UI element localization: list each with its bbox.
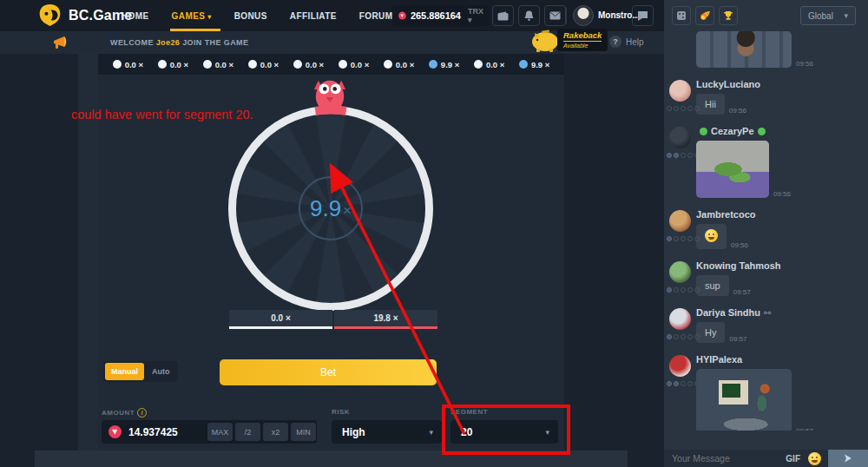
history-chip[interactable]: 0.0 × bbox=[474, 60, 504, 69]
smiley-icon[interactable] bbox=[808, 452, 821, 465]
nav-affiliate[interactable]: AFFILIATE bbox=[290, 11, 337, 21]
nav-forum[interactable]: FORUM bbox=[359, 11, 393, 21]
balance-pill[interactable]: 265.886164 TRX ▾ bbox=[392, 5, 490, 26]
mail-icon bbox=[549, 11, 561, 20]
half-button[interactable]: /2 bbox=[235, 423, 260, 441]
gif-button[interactable]: GIF bbox=[786, 454, 800, 464]
reaction-gif bbox=[696, 31, 792, 68]
badge-icon bbox=[687, 236, 693, 241]
history-chip[interactable]: 0.0 × bbox=[203, 60, 233, 69]
chat-username[interactable]: HYIPalexa bbox=[696, 354, 868, 365]
avatar[interactable] bbox=[669, 127, 691, 148]
bc-mascot-icon bbox=[38, 3, 62, 27]
nav-games[interactable]: GAMES▾ bbox=[172, 11, 212, 21]
user-badges bbox=[667, 236, 700, 241]
chat-username[interactable]: LuckyLuciano bbox=[696, 79, 868, 89]
trophy-button[interactable] bbox=[719, 6, 738, 25]
badge-icon bbox=[687, 153, 693, 158]
avatar[interactable] bbox=[669, 80, 691, 102]
badge-icon bbox=[674, 153, 679, 158]
badge-icon bbox=[667, 106, 672, 111]
nav-home[interactable]: HOME bbox=[122, 11, 149, 21]
history-value: 0.0 × bbox=[306, 60, 324, 69]
message-timestamp: 09:56 bbox=[773, 190, 791, 198]
badge-icon bbox=[681, 287, 686, 293]
chat-username[interactable]: Knowing Tahmosh bbox=[696, 260, 868, 271]
user-badges bbox=[667, 381, 700, 386]
history-chip[interactable]: 0.0 × bbox=[248, 60, 279, 69]
chat-message: 09:56 bbox=[664, 31, 868, 68]
amount-input[interactable] bbox=[127, 425, 205, 439]
help-button[interactable]: ? Help bbox=[609, 36, 644, 48]
amount-field[interactable]: MAX /2 x2 MIN bbox=[102, 420, 317, 444]
send-icon bbox=[844, 454, 852, 463]
chevron-down-icon[interactable]: ▾ bbox=[620, 11, 623, 19]
welcome-username[interactable]: Joe26 bbox=[156, 38, 181, 47]
badge-icon bbox=[674, 287, 679, 293]
badge-icon bbox=[681, 236, 686, 241]
info-icon[interactable]: i bbox=[137, 408, 147, 418]
history-chip[interactable]: 0.0 × bbox=[339, 60, 369, 69]
chat-message-input[interactable] bbox=[664, 452, 786, 464]
badge-icon bbox=[694, 236, 700, 241]
notifications-button[interactable] bbox=[518, 5, 540, 26]
double-button[interactable]: x2 bbox=[263, 423, 288, 441]
dice-button[interactable] bbox=[672, 6, 691, 25]
currency-selector[interactable]: TRX ▾ bbox=[468, 7, 483, 24]
history-chip[interactable]: 0.0 × bbox=[293, 60, 324, 69]
fireball-button[interactable] bbox=[695, 6, 714, 25]
welcome-message: WELCOME Joe26 JOIN THE GAME bbox=[110, 38, 248, 47]
wallet-button[interactable] bbox=[492, 5, 514, 26]
chat-username[interactable]: CezaryPe bbox=[696, 126, 868, 136]
annotation-highlight-box bbox=[442, 405, 570, 455]
laughing-emoji-icon bbox=[705, 229, 718, 242]
badge-icon bbox=[674, 334, 679, 339]
chevron-down-icon: ▾ bbox=[429, 428, 433, 437]
chat-username[interactable]: Dariya Sindhu⚯ bbox=[696, 307, 868, 318]
min-button[interactable]: MIN bbox=[291, 423, 316, 441]
message-timestamp: 09:56 bbox=[729, 107, 746, 115]
chat-toggle-button[interactable] bbox=[632, 5, 654, 26]
auto-mode-button[interactable]: Auto bbox=[146, 367, 176, 376]
badge-icon bbox=[694, 287, 700, 293]
wallet-icon bbox=[497, 11, 509, 21]
send-button[interactable] bbox=[828, 450, 868, 467]
user-badges bbox=[667, 153, 700, 158]
chat-username[interactable]: Jambretcoco bbox=[696, 209, 868, 220]
nav-bonus[interactable]: BONUS bbox=[234, 11, 267, 21]
history-value: 0.0 × bbox=[215, 60, 233, 69]
help-label: Help bbox=[626, 37, 644, 47]
chat-room-selector[interactable]: Global ▾ bbox=[800, 6, 856, 25]
avatar[interactable] bbox=[669, 210, 691, 232]
chat-message: HYIPalexa09:57 bbox=[664, 354, 868, 431]
avatar[interactable] bbox=[669, 308, 691, 330]
risk-label: RISK bbox=[332, 408, 350, 416]
brand-logo[interactable]: BC.Game bbox=[38, 3, 132, 27]
main-nav: HOME GAMES▾ BONUS AFFILIATE FORUM bbox=[122, 0, 392, 31]
history-chip[interactable]: 9.9 × bbox=[519, 60, 549, 69]
manual-mode-button[interactable]: Manual bbox=[105, 363, 144, 380]
max-button[interactable]: MAX bbox=[207, 423, 233, 441]
welcome-bar: WELCOME Joe26 JOIN THE GAME Rakeback Ava… bbox=[0, 31, 664, 54]
chat-message: Knowing Tahmoshsup09:57 bbox=[664, 260, 868, 296]
rakeback-widget[interactable]: Rakeback Available bbox=[528, 26, 608, 54]
avatar[interactable] bbox=[573, 5, 594, 26]
history-chip[interactable]: 9.9 × bbox=[429, 60, 459, 69]
result-tabs: 0.0 × 19.8 × bbox=[229, 310, 437, 329]
history-chip[interactable]: 0.0 × bbox=[384, 60, 414, 69]
history-chip[interactable]: 0.0 × bbox=[113, 60, 143, 69]
bet-button[interactable]: Bet bbox=[220, 359, 437, 385]
badge-icon bbox=[687, 106, 693, 111]
history-chip[interactable]: 0.0 × bbox=[158, 60, 188, 69]
result-tab-high[interactable]: 19.8 × bbox=[334, 310, 437, 329]
messages-button[interactable] bbox=[544, 5, 566, 26]
alien-icon bbox=[700, 128, 707, 135]
result-tab-low[interactable]: 0.0 × bbox=[229, 310, 332, 329]
link-icon: ⚯ bbox=[764, 308, 771, 318]
risk-select[interactable]: High ▾ bbox=[332, 420, 442, 444]
chat-bubble: Hy bbox=[696, 322, 725, 343]
wheel-result: 9.9 × bbox=[299, 176, 363, 240]
coin-icon bbox=[108, 425, 122, 438]
avatar[interactable] bbox=[669, 261, 691, 283]
avatar[interactable] bbox=[669, 355, 691, 377]
